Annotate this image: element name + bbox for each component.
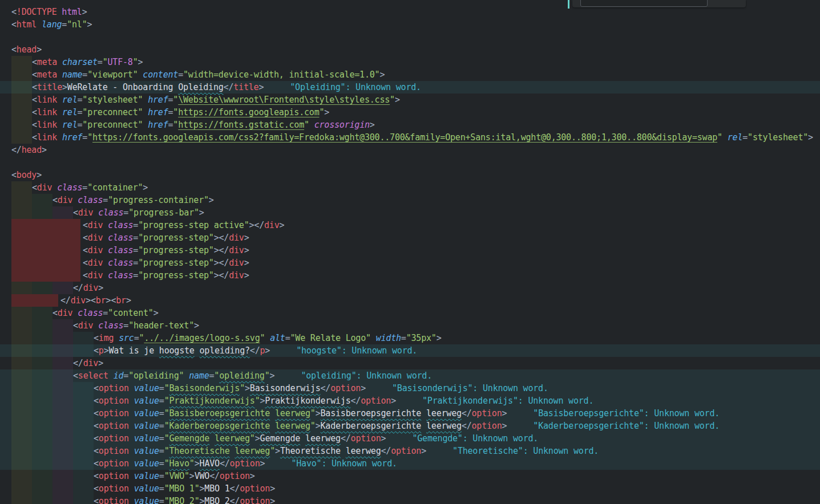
indent-guide-block	[52, 282, 73, 294]
indent-guide-block	[52, 407, 73, 420]
code-text: <div class="progress-step"></div>	[83, 269, 249, 282]
code-text: <div class="header-text">	[73, 319, 199, 332]
indent-guide-block	[11, 106, 32, 119]
indent-guide-block	[52, 369, 73, 382]
code-line: <option value="Praktijkonderwijs">Prakti…	[0, 395, 820, 407]
code-text: <link href="https://fonts.googleapis.com…	[32, 131, 813, 144]
code-line: <img src="../../images/logo-s.svg" alt="…	[0, 332, 820, 344]
code-text: <div class="progress-bar">	[73, 206, 204, 219]
indent-guide-block	[11, 445, 32, 457]
code-text: <meta name="viewport" content="width=dev…	[32, 68, 385, 81]
indent-guide-block	[73, 457, 94, 470]
indent-guide-block	[11, 81, 32, 94]
indent-guide-block	[11, 131, 32, 144]
indent-guide-block	[32, 369, 52, 382]
indent-guide-block	[11, 369, 32, 382]
code-line: <link rel="preconnect" href="https://fon…	[0, 106, 820, 119]
indent-guide-block	[73, 482, 94, 495]
code-line: <option value="Basisonderwijs">Basisonde…	[0, 382, 820, 395]
code-text: </div>	[73, 357, 103, 369]
indent-guide-block	[32, 457, 52, 470]
code-line: <option value="VWO">VWO</option>	[0, 470, 820, 482]
text-cursor	[568, 0, 569, 9]
code-line: <!DOCTYPE html>	[0, 6, 820, 18]
code-text: <body>	[11, 169, 42, 181]
widget-text-input[interactable]	[580, 0, 708, 7]
code-text: <div class="progress-container">	[52, 194, 214, 206]
code-line: <div class="progress-step"></div>	[0, 257, 820, 269]
code-line: <div class="progress-step"></div>	[0, 231, 820, 244]
code-text: <!DOCTYPE html>	[11, 6, 87, 18]
indent-error-highlight	[11, 244, 80, 257]
code-text: <option value="MBO 2">MBO 2</option>	[94, 495, 275, 504]
code-line: <title>WeRelate - Onboarding Opleiding</…	[0, 81, 820, 94]
indent-guide-block	[52, 457, 73, 470]
indent-guide-block	[73, 382, 94, 395]
indent-guide-block	[11, 457, 32, 470]
indent-guide-block	[32, 382, 52, 395]
code-text: </div><br><br>	[60, 294, 131, 307]
indent-guide-block	[73, 445, 94, 457]
code-text: <option value="MBO 1">MBO 1</option>	[94, 482, 275, 495]
code-line: <option value="Havo">HAVO</option>"Havo"…	[0, 457, 820, 470]
code-text: <option value="Theoretische leerweg">The…	[94, 445, 599, 457]
inline-diagnostic-message: "Opleiding": Unknown word.	[290, 82, 421, 92]
code-line: <body>	[0, 169, 820, 181]
code-line: <head>	[0, 43, 820, 56]
code-text: <img src="../../images/logo-s.svg" alt="…	[94, 332, 442, 344]
indent-guide-block	[32, 395, 52, 407]
inline-diagnostic-message: "Gemengde": Unknown word.	[412, 433, 538, 444]
indent-guide-block	[11, 407, 32, 420]
indent-guide-block	[52, 395, 73, 407]
inline-diagnostic-message: "opleiding": Unknown word.	[301, 371, 432, 381]
code-line: <meta name="viewport" content="width=dev…	[0, 68, 820, 81]
code-line: <link rel="preconnect" href="https://fon…	[0, 119, 820, 131]
code-line: <option value="MBO 1">MBO 1</option>	[0, 482, 820, 495]
indent-error-highlight	[11, 231, 80, 244]
code-text: <div class="progress-step"></div>	[83, 231, 249, 244]
code-text: <p>Wat is je hoogste opleiding?</p>"hoog…	[94, 344, 417, 357]
indent-guide-block	[11, 206, 32, 219]
indent-guide-block	[32, 206, 52, 219]
indent-guide-block	[32, 319, 52, 332]
indent-guide-block	[73, 432, 94, 445]
indent-error-highlight	[11, 257, 80, 269]
code-line: <option value="MBO 2">MBO 2</option>	[0, 495, 820, 504]
code-line: <html lang="nl">	[0, 18, 820, 31]
indent-guide-block	[52, 344, 73, 357]
indent-guide-block	[52, 332, 73, 344]
indent-guide-block	[11, 344, 32, 357]
inline-diagnostic-message: "hoogste": Unknown word.	[296, 346, 417, 356]
indent-guide-block	[32, 344, 52, 357]
code-editor[interactable]: <!DOCTYPE html><html lang="nl"><head><me…	[0, 0, 820, 504]
indent-guide-block	[52, 206, 73, 219]
inline-diagnostic-message: "Kaderberoepsgerichte": Unknown word.	[533, 421, 720, 431]
code-text: <select id="opleiding" name="opleiding">…	[73, 369, 432, 382]
code-line: <p>Wat is je hoogste opleiding?</p>"hoog…	[0, 344, 820, 357]
code-line: </div><br><br>	[0, 294, 820, 307]
code-line: </div>	[0, 282, 820, 294]
code-text: <option value="Basisonderwijs">Basisonde…	[94, 382, 548, 395]
inline-diagnostic-message: "Basisonderwijs": Unknown word.	[392, 383, 548, 393]
code-line: <option value="Gemengde leerweg">Gemengd…	[0, 432, 820, 445]
code-text: <div class="progress-step"></div>	[83, 244, 249, 257]
indent-guide-block	[11, 282, 32, 294]
indent-guide-block	[32, 445, 52, 457]
code-text: <div class="content">	[52, 307, 159, 319]
code-line: <link rel="stylesheet" href="\Website\ww…	[0, 94, 820, 106]
indent-guide-block	[11, 432, 32, 445]
indent-guide-block	[32, 432, 52, 445]
indent-guide-block	[11, 119, 32, 131]
code-line: <link href="https://fonts.googleapis.com…	[0, 131, 820, 144]
indent-guide-block	[11, 482, 32, 495]
code-line: <div class="progress-bar">	[0, 206, 820, 219]
inline-diagnostic-message: "Theoretische": Unknown word.	[453, 446, 599, 456]
code-line: <select id="opleiding" name="opleiding">…	[0, 369, 820, 382]
indent-guide-block	[73, 332, 94, 344]
indent-guide-block	[11, 181, 32, 194]
indent-guide-block	[11, 495, 32, 504]
indent-guide-block	[52, 495, 73, 504]
inline-diagnostic-message: "Praktijkonderwijs": Unknown word.	[422, 396, 593, 406]
code-text: <title>WeRelate - Onboarding Opleiding</…	[32, 81, 421, 94]
indent-guide-block	[73, 344, 94, 357]
